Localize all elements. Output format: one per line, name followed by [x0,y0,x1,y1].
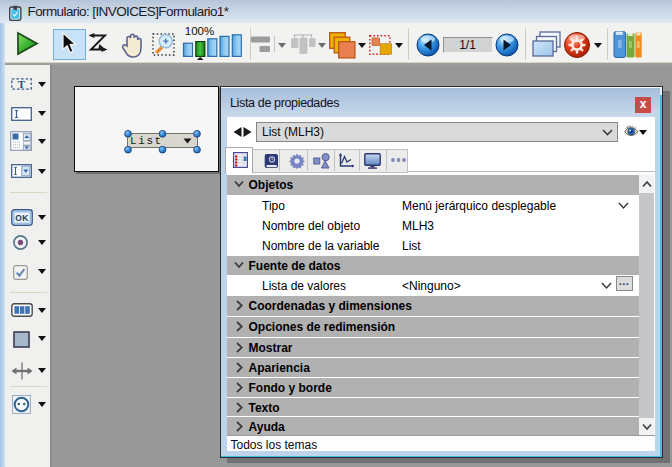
svg-text:T: T [17,78,25,90]
svg-text:OK: OK [15,213,29,223]
